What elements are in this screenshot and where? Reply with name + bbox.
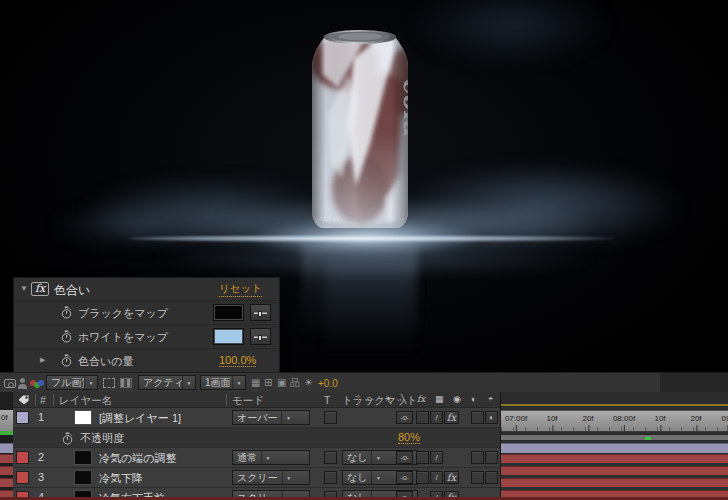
toolbar-right-spacer: [660, 373, 728, 393]
black-color-swatch[interactable]: [213, 304, 244, 321]
show-snapshot-icon[interactable]: [20, 378, 25, 383]
shy-switch[interactable]: -ʘ-: [396, 451, 413, 464]
fx-badge-icon[interactable]: fx: [31, 282, 49, 296]
layer-name[interactable]: 冷気下降: [99, 471, 143, 486]
collapse-switch[interactable]: [416, 471, 429, 484]
layer-number: 3: [38, 471, 44, 483]
quality-dropdown[interactable]: フル画質▼: [46, 375, 98, 390]
white-color-swatch[interactable]: [213, 328, 244, 345]
chevron-down-icon: ▼: [232, 376, 245, 389]
collapse-triangle-icon[interactable]: ▼: [20, 284, 28, 293]
preserve-transparency-checkbox[interactable]: [324, 451, 337, 464]
layer-row-1[interactable]: 1 [調整レイヤー 1] オーバー▼ -ʘ- / fx ◐: [13, 408, 500, 428]
fog-bright-line: [130, 235, 615, 242]
snapshot-camera-icon[interactable]: [4, 379, 16, 388]
adjustment-layer-switch[interactable]: [485, 451, 498, 464]
channel-blue-icon[interactable]: [38, 380, 44, 386]
shy-switch[interactable]: -ʘ-: [396, 471, 413, 484]
quality-switch[interactable]: /: [430, 471, 443, 484]
shy-switch[interactable]: -ʘ-: [396, 411, 413, 424]
layer-bar[interactable]: [501, 466, 728, 475]
effects-column-icon[interactable]: fx: [417, 394, 425, 404]
chevron-down-icon: ▼: [281, 411, 294, 424]
effects-switch[interactable]: fx: [444, 411, 459, 424]
blend-mode-dropdown[interactable]: 通常▼: [232, 450, 310, 465]
layer-bar[interactable]: [501, 478, 728, 487]
quality-switch[interactable]: /: [430, 451, 443, 464]
layer-bar[interactable]: [501, 454, 728, 463]
work-area-track[interactable]: [501, 434, 728, 441]
label-tag-icon[interactable]: [17, 394, 31, 406]
adjustment-layer-bar[interactable]: [501, 443, 728, 453]
stopwatch-icon[interactable]: [61, 330, 72, 343]
preserve-transparency-checkbox[interactable]: [324, 471, 337, 484]
flowchart-icon[interactable]: 品: [290, 377, 300, 389]
time-navigator[interactable]: [501, 392, 728, 410]
chevron-down-icon: ▼: [84, 376, 97, 389]
layer-bar[interactable]: [0, 454, 13, 463]
effects-switch[interactable]: fx: [444, 471, 459, 484]
label-color-chip[interactable]: [16, 471, 29, 484]
opacity-value[interactable]: 80%: [398, 431, 420, 444]
green-marker[interactable]: [645, 437, 651, 440]
opacity-property-row[interactable]: 不透明度 80%: [13, 428, 500, 448]
color-slider-button[interactable]: [250, 328, 271, 345]
effect-prop-row: ホワイトをマップ: [14, 324, 279, 348]
timecode-icon[interactable]: ▣: [277, 377, 286, 389]
view-dropdown[interactable]: アクティブ...▼: [138, 375, 196, 390]
layer-bar[interactable]: [0, 478, 13, 487]
stopwatch-icon[interactable]: [61, 306, 72, 319]
layer-number: 2: [38, 451, 44, 463]
motion-blur-switch[interactable]: [471, 411, 484, 424]
effect-header-row[interactable]: ▼ fx 色合い リセット: [14, 278, 279, 300]
preserve-transparency-checkbox[interactable]: [324, 411, 337, 424]
viewer-toolbar: フル画質▼ アクティブ...▼ 1画面▼ ▦ ⊞ ▣ 品 ☀ +0.0: [0, 372, 728, 392]
motion-blur-switch[interactable]: [471, 451, 484, 464]
stopwatch-icon[interactable]: [62, 432, 73, 445]
grid-guides-icon[interactable]: ▦: [251, 377, 260, 389]
layer-name[interactable]: [調整レイヤー 1]: [99, 411, 181, 426]
color-slider-button[interactable]: [250, 304, 271, 321]
tint-amount-value[interactable]: 100.0%: [219, 354, 256, 367]
effect-reset-link[interactable]: リセット: [219, 282, 262, 297]
ruler-zero-label: 0f: [0, 410, 13, 432]
adjustment-layer-bar[interactable]: [0, 443, 13, 453]
region-of-interest-icon[interactable]: [103, 378, 115, 388]
motion-blur-switch[interactable]: [471, 471, 484, 484]
label-color-chip[interactable]: [16, 451, 29, 464]
chevron-down-icon: ▼: [261, 451, 274, 464]
blend-mode-dropdown[interactable]: スクリー▼: [232, 470, 310, 485]
motion-blur-column-icon[interactable]: ◉: [453, 394, 461, 404]
collapse-switch[interactable]: [416, 451, 429, 464]
adjustment-layer-switch[interactable]: [485, 471, 498, 484]
collapse-column-icon[interactable]: ☀: [384, 394, 392, 404]
blend-mode-dropdown[interactable]: オーバー▼: [232, 410, 310, 425]
pixel-aspect-icon[interactable]: ⊞: [264, 377, 272, 389]
collapse-switch[interactable]: [416, 411, 429, 424]
transparency-grid-icon[interactable]: [120, 378, 132, 388]
divider: [35, 394, 36, 406]
work-area-bar[interactable]: [501, 404, 728, 406]
quality-switch[interactable]: /: [430, 411, 443, 424]
layer-row-2[interactable]: 2 冷気の端の調整 通常▼ なし▼ -ʘ- /: [13, 448, 500, 468]
quality-column-icon[interactable]: ╲: [401, 394, 406, 404]
timeline-column-header: # レイヤー名 モード T トラックマット -ʘ- ☀ ╲ fx ▦ ◉ ◐ ◓: [13, 392, 500, 408]
layer-bar[interactable]: [0, 466, 13, 475]
view-layout-dropdown[interactable]: 1画面▼: [200, 375, 246, 390]
time-ruler[interactable]: 07:00f 10f 20f 08:00f 10f 20f 09:: [501, 410, 728, 432]
3d-column-icon[interactable]: ◓: [488, 394, 493, 404]
timegraph-left-sliver: 0f: [0, 392, 13, 500]
layer-row-3[interactable]: 3 冷気下降 スクリー▼ なし▼ -ʘ- / fx: [13, 468, 500, 488]
label-color-chip[interactable]: [16, 411, 29, 424]
expand-triangle-icon[interactable]: ▶: [40, 356, 45, 364]
adjustment-column-icon[interactable]: ◐: [471, 394, 476, 404]
shy-column-icon[interactable]: -ʘ-: [365, 396, 374, 402]
stopwatch-icon[interactable]: [61, 354, 72, 367]
frame-blend-column-icon[interactable]: ▦: [435, 394, 444, 404]
prop-label-map-white: ホワイトをマップ: [78, 330, 168, 345]
col-number: #: [40, 394, 46, 406]
exposure-value[interactable]: +0.0: [318, 378, 338, 389]
adjustment-layer-switch[interactable]: ◐: [485, 411, 498, 424]
layer-name[interactable]: 冷気の端の調整: [99, 451, 177, 466]
exposure-sun-icon[interactable]: ☀: [304, 377, 313, 389]
